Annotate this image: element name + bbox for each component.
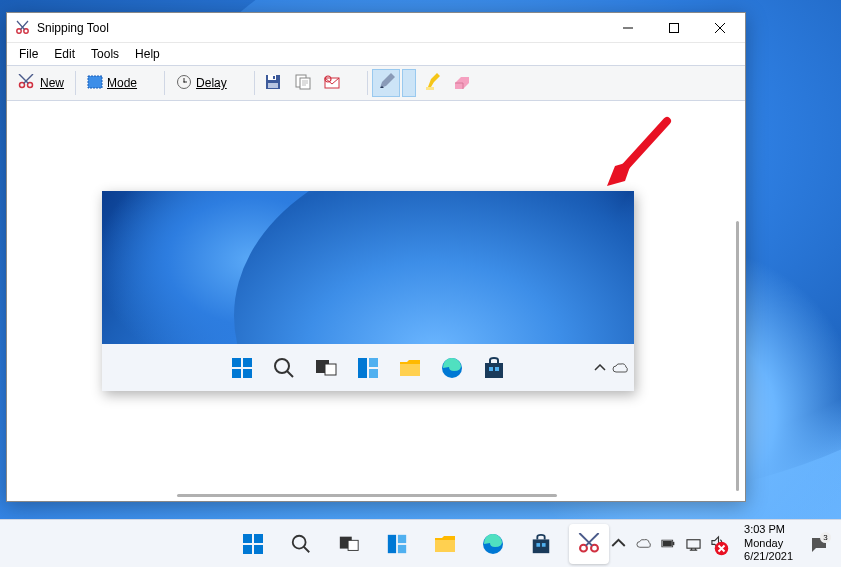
clock-icon: [176, 74, 192, 93]
scissors-new-icon: [18, 74, 36, 93]
svg-rect-33: [254, 534, 263, 543]
menu-tools[interactable]: Tools: [83, 45, 127, 63]
svg-point-3: [20, 82, 25, 87]
search-button[interactable]: [281, 524, 321, 564]
eraser-button[interactable]: [448, 69, 476, 97]
copy-button[interactable]: [289, 69, 317, 97]
svg-rect-40: [397, 534, 405, 542]
svg-point-7: [183, 81, 185, 83]
new-label: New: [40, 76, 64, 90]
delay-dropdown[interactable]: [236, 69, 250, 97]
widgets-icon: [356, 356, 380, 380]
snip-canvas[interactable]: [7, 101, 745, 501]
delay-button[interactable]: Delay: [169, 69, 234, 97]
captured-systray: [594, 362, 628, 374]
taskbar: 3:03 PM Monday 6/21/2021 3: [0, 519, 841, 567]
svg-rect-17: [232, 358, 241, 367]
menu-edit[interactable]: Edit: [46, 45, 83, 63]
send-button[interactable]: [319, 69, 347, 97]
menu-help[interactable]: Help: [127, 45, 168, 63]
start-icon: [230, 356, 254, 380]
svg-rect-38: [348, 540, 358, 550]
edge-button[interactable]: [473, 524, 513, 564]
svg-rect-13: [300, 78, 310, 89]
svg-rect-31: [495, 367, 499, 371]
floppy-icon: [265, 74, 281, 93]
toolbar-separator: [75, 71, 76, 95]
svg-point-4: [28, 82, 33, 87]
network-icon[interactable]: [686, 536, 701, 551]
eraser-icon: [453, 75, 471, 92]
svg-rect-25: [369, 358, 378, 367]
search-icon: [272, 356, 296, 380]
vertical-scrollbar[interactable]: [736, 221, 739, 491]
snipping-tool-window: Snipping Tool File Edit Tools Help New: [6, 12, 746, 502]
pen-dropdown[interactable]: [402, 69, 416, 97]
svg-rect-46: [541, 543, 545, 547]
delay-label: Delay: [196, 76, 227, 90]
notifications-button[interactable]: 3: [803, 535, 835, 553]
svg-rect-35: [254, 545, 263, 554]
system-tray: 3:03 PM Monday 6/21/2021 3: [603, 520, 835, 567]
chevron-up-icon: [594, 364, 606, 372]
menubar: File Edit Tools Help: [7, 43, 745, 65]
pen-icon: [377, 73, 395, 94]
mode-button[interactable]: Mode: [80, 69, 144, 97]
svg-rect-44: [532, 539, 549, 553]
red-arrow-annotation: [597, 116, 677, 196]
widgets-button[interactable]: [377, 524, 417, 564]
svg-rect-19: [232, 369, 241, 378]
svg-point-21: [275, 359, 289, 373]
clock-day: Monday: [744, 537, 793, 551]
toolbar-separator: [254, 71, 255, 95]
highlighter-icon: [424, 73, 440, 94]
maximize-button[interactable]: [651, 14, 697, 42]
new-button[interactable]: New: [11, 69, 71, 97]
svg-rect-16: [426, 87, 434, 90]
tray-overflow-icon[interactable]: [611, 536, 626, 551]
titlebar[interactable]: Snipping Tool: [7, 13, 745, 43]
highlighter-button[interactable]: [418, 69, 446, 97]
volume-icon[interactable]: [711, 535, 726, 553]
send-dropdown[interactable]: [349, 69, 363, 97]
file-explorer-icon: [398, 356, 422, 380]
svg-rect-52: [687, 540, 700, 548]
svg-rect-34: [243, 545, 252, 554]
battery-icon[interactable]: [661, 536, 676, 551]
mode-label: Mode: [107, 76, 137, 90]
svg-point-48: [591, 544, 598, 551]
copy-icon: [295, 74, 311, 93]
svg-rect-51: [663, 541, 672, 546]
start-button[interactable]: [233, 524, 273, 564]
svg-point-36: [292, 535, 305, 548]
menu-file[interactable]: File: [11, 45, 46, 63]
svg-rect-45: [536, 543, 540, 547]
svg-rect-30: [489, 367, 493, 371]
svg-rect-26: [369, 369, 378, 378]
close-button[interactable]: [697, 14, 743, 42]
task-view-button[interactable]: [329, 524, 369, 564]
toolbar-separator: [367, 71, 368, 95]
rectangle-mode-icon: [87, 75, 103, 92]
svg-rect-39: [387, 534, 395, 552]
svg-rect-10: [273, 76, 275, 79]
onedrive-icon[interactable]: [636, 536, 651, 551]
snipping-tool-icon: [15, 20, 31, 36]
pen-button[interactable]: [372, 69, 400, 97]
edge-icon: [440, 356, 464, 380]
svg-rect-32: [243, 534, 252, 543]
mode-dropdown[interactable]: [146, 69, 160, 97]
envelope-icon: [324, 75, 342, 92]
toolbar-separator: [164, 71, 165, 95]
taskbar-clock[interactable]: 3:03 PM Monday 6/21/2021: [736, 523, 801, 564]
minimize-button[interactable]: [605, 14, 651, 42]
microsoft-store-button[interactable]: [521, 524, 561, 564]
captured-snip: [102, 191, 634, 391]
file-explorer-button[interactable]: [425, 524, 465, 564]
svg-rect-20: [243, 369, 252, 378]
horizontal-scrollbar[interactable]: [177, 494, 557, 497]
save-button[interactable]: [259, 69, 287, 97]
svg-rect-18: [243, 358, 252, 367]
svg-rect-11: [268, 83, 278, 88]
clock-date: 6/21/2021: [744, 550, 793, 564]
